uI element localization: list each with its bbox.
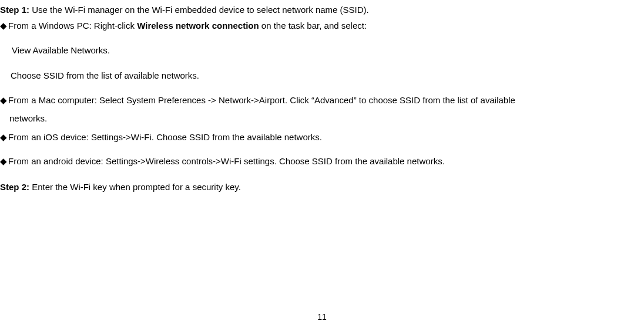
windows-bullet: ◆ From a Windows PC: Right-click Wireles… (0, 19, 644, 33)
mac-line1: From a Mac computer: Select System Prefe… (8, 94, 644, 107)
android-bullet: ◆ From an android device: Settings->Wire… (0, 155, 644, 168)
step1-text: Use the Wi-Fi manager on the Wi-Fi embed… (29, 5, 369, 15)
step1-label: Step 1: (0, 5, 29, 15)
step1-line: Step 1: Use the Wi-Fi manager on the Wi-… (0, 4, 644, 17)
step2-label: Step 2: (0, 182, 29, 192)
page-number: 11 (0, 311, 644, 323)
step2-text: Enter the Wi-Fi key when prompted for a … (29, 182, 241, 192)
mac-bullet: ◆ From a Mac computer: Select System Pre… (0, 94, 644, 107)
windows-prefix: From a Windows PC: Right-click (8, 21, 137, 31)
windows-sub1: View Available Networks. (12, 44, 644, 58)
diamond-icon: ◆ (0, 155, 7, 168)
diamond-icon: ◆ (0, 131, 7, 144)
windows-sub2: Choose SSID from the list of available n… (11, 69, 644, 83)
windows-bold: Wireless network connection (137, 21, 259, 31)
diamond-icon: ◆ (0, 94, 7, 107)
step2-line: Step 2: Enter the Wi-Fi key when prompte… (0, 181, 644, 194)
android-text: From an android device: Settings->Wirele… (8, 155, 644, 168)
diamond-icon: ◆ (0, 19, 7, 33)
windows-text: From a Windows PC: Right-click Wireless … (8, 19, 644, 33)
mac-line2: networks. (9, 112, 644, 126)
ios-text: From an iOS device: Settings->Wi-Fi. Cho… (8, 131, 644, 144)
document-body: Step 1: Use the Wi-Fi manager on the Wi-… (0, 0, 644, 194)
ios-bullet: ◆ From an iOS device: Settings->Wi-Fi. C… (0, 131, 644, 144)
windows-suffix: on the task bar, and select: (259, 21, 367, 31)
